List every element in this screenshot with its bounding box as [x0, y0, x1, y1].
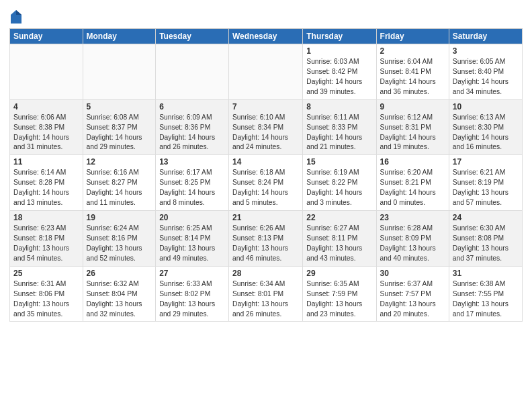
calendar-cell: 10Sunrise: 6:13 AM Sunset: 8:30 PM Dayli…: [449, 99, 522, 155]
day-number: 1: [306, 46, 372, 56]
day-info: Sunrise: 6:03 AM Sunset: 8:42 PM Dayligh…: [306, 57, 372, 97]
day-number: 22: [306, 213, 372, 222]
page-container: SundayMondayTuesdayWednesdayThursdayFrid…: [0, 0, 532, 326]
calendar-cell: 5Sunrise: 6:08 AM Sunset: 8:37 PM Daylig…: [83, 99, 156, 155]
day-number: 10: [453, 102, 519, 111]
day-number: 9: [380, 102, 445, 111]
day-number: 31: [453, 269, 519, 278]
calendar-cell: [10, 44, 83, 100]
day-info: Sunrise: 6:24 AM Sunset: 8:16 PM Dayligh…: [87, 224, 152, 264]
calendar-week-5: 25Sunrise: 6:31 AM Sunset: 8:06 PM Dayli…: [10, 266, 523, 322]
calendar-cell: 18Sunrise: 6:23 AM Sunset: 8:18 PM Dayli…: [10, 211, 83, 267]
day-info: Sunrise: 6:18 AM Sunset: 8:24 PM Dayligh…: [232, 168, 299, 208]
logo-icon: [10, 9, 22, 24]
calendar-cell: 3Sunrise: 6:05 AM Sunset: 8:40 PM Daylig…: [449, 44, 522, 100]
calendar-cell: 20Sunrise: 6:25 AM Sunset: 8:14 PM Dayli…: [156, 211, 229, 267]
day-info: Sunrise: 6:38 AM Sunset: 7:55 PM Dayligh…: [453, 279, 519, 320]
calendar-cell: 11Sunrise: 6:14 AM Sunset: 8:28 PM Dayli…: [10, 155, 83, 211]
day-info: Sunrise: 6:21 AM Sunset: 8:19 PM Dayligh…: [453, 168, 519, 208]
calendar-cell: 4Sunrise: 6:06 AM Sunset: 8:38 PM Daylig…: [10, 99, 83, 155]
day-info: Sunrise: 6:35 AM Sunset: 7:59 PM Dayligh…: [306, 279, 372, 320]
day-number: 13: [159, 157, 225, 167]
day-number: 7: [232, 102, 299, 111]
calendar-week-4: 18Sunrise: 6:23 AM Sunset: 8:18 PM Dayli…: [10, 211, 523, 267]
day-number: 17: [453, 157, 519, 167]
day-info: Sunrise: 6:20 AM Sunset: 8:21 PM Dayligh…: [380, 168, 445, 208]
day-number: 21: [232, 213, 299, 222]
day-number: 4: [13, 102, 79, 111]
day-info: Sunrise: 6:23 AM Sunset: 8:18 PM Dayligh…: [13, 224, 79, 264]
calendar-cell: 13Sunrise: 6:17 AM Sunset: 8:25 PM Dayli…: [156, 155, 229, 211]
calendar-cell: 8Sunrise: 6:11 AM Sunset: 8:33 PM Daylig…: [303, 99, 376, 155]
day-number: 27: [159, 269, 225, 278]
day-info: Sunrise: 6:33 AM Sunset: 8:02 PM Dayligh…: [159, 279, 225, 320]
calendar-cell: [156, 44, 229, 100]
calendar-cell: 7Sunrise: 6:10 AM Sunset: 8:34 PM Daylig…: [229, 99, 303, 155]
day-number: 11: [13, 157, 79, 167]
header: [9, 7, 523, 24]
calendar-cell: 31Sunrise: 6:38 AM Sunset: 7:55 PM Dayli…: [449, 266, 522, 322]
calendar-header-monday: Monday: [83, 29, 156, 44]
calendar-cell: 1Sunrise: 6:03 AM Sunset: 8:42 PM Daylig…: [303, 44, 376, 100]
calendar-week-3: 11Sunrise: 6:14 AM Sunset: 8:28 PM Dayli…: [10, 155, 523, 211]
calendar-cell: 12Sunrise: 6:16 AM Sunset: 8:27 PM Dayli…: [83, 155, 156, 211]
day-info: Sunrise: 6:11 AM Sunset: 8:33 PM Dayligh…: [306, 113, 372, 153]
calendar-cell: 6Sunrise: 6:09 AM Sunset: 8:36 PM Daylig…: [156, 99, 229, 155]
calendar-cell: 23Sunrise: 6:28 AM Sunset: 8:09 PM Dayli…: [376, 211, 449, 267]
day-number: 16: [380, 157, 445, 167]
day-info: Sunrise: 6:26 AM Sunset: 8:13 PM Dayligh…: [232, 224, 299, 264]
day-number: 20: [159, 213, 225, 222]
calendar-cell: 29Sunrise: 6:35 AM Sunset: 7:59 PM Dayli…: [303, 266, 376, 322]
calendar-cell: 27Sunrise: 6:33 AM Sunset: 8:02 PM Dayli…: [156, 266, 229, 322]
day-info: Sunrise: 6:05 AM Sunset: 8:40 PM Dayligh…: [453, 57, 519, 97]
day-number: 18: [13, 213, 79, 222]
day-info: Sunrise: 6:31 AM Sunset: 8:06 PM Dayligh…: [13, 279, 79, 320]
day-number: 29: [306, 269, 372, 278]
calendar-week-1: 1Sunrise: 6:03 AM Sunset: 8:42 PM Daylig…: [10, 44, 523, 100]
day-info: Sunrise: 6:19 AM Sunset: 8:22 PM Dayligh…: [306, 168, 372, 208]
calendar-header-wednesday: Wednesday: [229, 29, 303, 44]
calendar-cell: [229, 44, 303, 100]
day-info: Sunrise: 6:16 AM Sunset: 8:27 PM Dayligh…: [87, 168, 152, 208]
day-info: Sunrise: 6:14 AM Sunset: 8:28 PM Dayligh…: [13, 168, 79, 208]
calendar-cell: 14Sunrise: 6:18 AM Sunset: 8:24 PM Dayli…: [229, 155, 303, 211]
day-info: Sunrise: 6:17 AM Sunset: 8:25 PM Dayligh…: [159, 168, 225, 208]
calendar-cell: 24Sunrise: 6:30 AM Sunset: 8:08 PM Dayli…: [449, 211, 522, 267]
day-number: 8: [306, 102, 372, 111]
calendar-cell: 9Sunrise: 6:12 AM Sunset: 8:31 PM Daylig…: [376, 99, 449, 155]
day-number: 28: [232, 269, 299, 278]
calendar-cell: 21Sunrise: 6:26 AM Sunset: 8:13 PM Dayli…: [229, 211, 303, 267]
calendar-cell: 16Sunrise: 6:20 AM Sunset: 8:21 PM Dayli…: [376, 155, 449, 211]
calendar-cell: 28Sunrise: 6:34 AM Sunset: 8:01 PM Dayli…: [229, 266, 303, 322]
calendar-cell: 19Sunrise: 6:24 AM Sunset: 8:16 PM Dayli…: [83, 211, 156, 267]
day-info: Sunrise: 6:34 AM Sunset: 8:01 PM Dayligh…: [232, 279, 299, 320]
calendar-cell: 22Sunrise: 6:27 AM Sunset: 8:11 PM Dayli…: [303, 211, 376, 267]
day-number: 26: [87, 269, 152, 278]
day-info: Sunrise: 6:08 AM Sunset: 8:37 PM Dayligh…: [87, 113, 152, 153]
day-info: Sunrise: 6:13 AM Sunset: 8:30 PM Dayligh…: [453, 113, 519, 153]
calendar-cell: 30Sunrise: 6:37 AM Sunset: 7:57 PM Dayli…: [376, 266, 449, 322]
day-number: 5: [87, 102, 152, 111]
calendar-week-2: 4Sunrise: 6:06 AM Sunset: 8:38 PM Daylig…: [10, 99, 523, 155]
day-number: 12: [87, 157, 152, 167]
day-info: Sunrise: 6:04 AM Sunset: 8:41 PM Dayligh…: [380, 57, 445, 97]
logo: [9, 9, 22, 24]
day-info: Sunrise: 6:37 AM Sunset: 7:57 PM Dayligh…: [380, 279, 445, 320]
calendar-header-row: SundayMondayTuesdayWednesdayThursdayFrid…: [10, 29, 523, 44]
day-number: 19: [87, 213, 152, 222]
calendar-header-friday: Friday: [376, 29, 449, 44]
calendar-cell: 26Sunrise: 6:32 AM Sunset: 8:04 PM Dayli…: [83, 266, 156, 322]
calendar-table: SundayMondayTuesdayWednesdayThursdayFrid…: [9, 28, 523, 322]
calendar-header-tuesday: Tuesday: [156, 29, 229, 44]
day-info: Sunrise: 6:30 AM Sunset: 8:08 PM Dayligh…: [453, 224, 519, 264]
calendar-header-sunday: Sunday: [10, 29, 83, 44]
day-number: 25: [13, 269, 79, 278]
day-info: Sunrise: 6:27 AM Sunset: 8:11 PM Dayligh…: [306, 224, 372, 264]
day-info: Sunrise: 6:12 AM Sunset: 8:31 PM Dayligh…: [380, 113, 445, 153]
calendar-cell: 17Sunrise: 6:21 AM Sunset: 8:19 PM Dayli…: [449, 155, 522, 211]
day-info: Sunrise: 6:09 AM Sunset: 8:36 PM Dayligh…: [159, 113, 225, 153]
day-number: 2: [380, 46, 445, 56]
svg-marker-1: [16, 10, 21, 15]
day-number: 14: [232, 157, 299, 167]
day-info: Sunrise: 6:32 AM Sunset: 8:04 PM Dayligh…: [87, 279, 152, 320]
